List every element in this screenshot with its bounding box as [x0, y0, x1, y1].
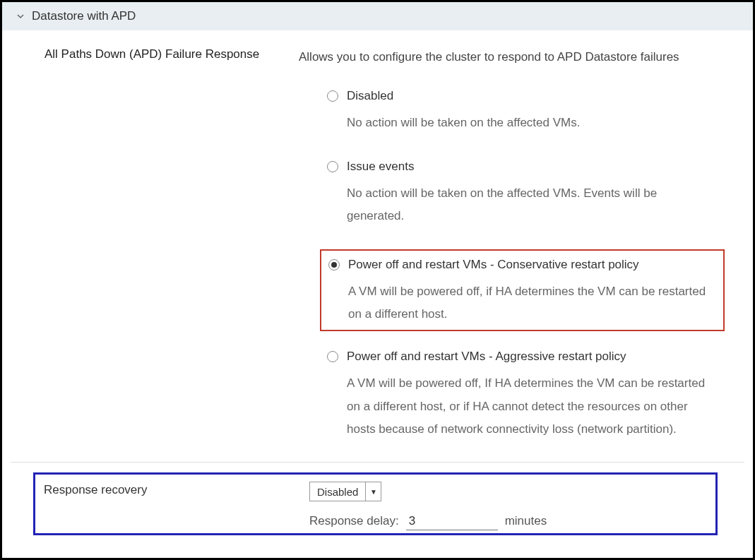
- apd-option-aggressive: Power off and restart VMs - Aggressive r…: [320, 345, 725, 442]
- radio-issue-events[interactable]: [327, 161, 338, 172]
- response-recovery-controls: Disabled ▼ Response delay: minutes: [309, 482, 707, 530]
- option-desc: A VM will be powered off, if HA determin…: [348, 280, 716, 326]
- settings-panel: Datastore with APD All Paths Down (APD) …: [0, 0, 755, 560]
- chevron-down-icon: [16, 12, 25, 20]
- section-header-datastore-apd[interactable]: Datastore with APD: [2, 2, 753, 30]
- apd-setting-label-col: All Paths Down (APD) Failure Response: [44, 47, 299, 462]
- caret-down-icon: ▼: [365, 482, 381, 501]
- option-label: Issue events: [347, 160, 414, 174]
- response-delay-label: Response delay:: [309, 514, 399, 528]
- option-desc: No action will be taken on the affected …: [347, 112, 718, 134]
- response-delay-unit: minutes: [505, 514, 547, 528]
- apd-content: All Paths Down (APD) Failure Response Al…: [2, 30, 753, 462]
- option-label: Power off and restart VMs - Aggressive r…: [347, 350, 626, 364]
- select-value: Disabled: [310, 486, 365, 498]
- option-label: Disabled: [347, 89, 393, 103]
- response-delay-row: Response delay: minutes: [309, 514, 707, 530]
- response-recovery-label: Response recovery: [44, 482, 309, 530]
- option-label: Power off and restart VMs - Conservative…: [348, 258, 639, 272]
- apd-option-conservative: Power off and restart VMs - Conservative…: [320, 249, 725, 332]
- radio-aggressive[interactable]: [327, 351, 338, 362]
- option-desc: No action will be taken on the affected …: [347, 182, 718, 228]
- apd-setting-value-col: Allows you to configure the cluster to r…: [299, 47, 725, 462]
- response-recovery-section: Response recovery Disabled ▼ Response de…: [33, 472, 718, 535]
- section-title: Datastore with APD: [32, 9, 136, 23]
- apd-option-disabled: Disabled No action will be taken on the …: [320, 85, 725, 136]
- apd-options: Disabled No action will be taken on the …: [320, 85, 725, 442]
- response-delay-input[interactable]: [406, 514, 498, 530]
- radio-disabled[interactable]: [327, 90, 338, 102]
- divider: [11, 462, 744, 463]
- response-recovery-select[interactable]: Disabled ▼: [309, 482, 381, 501]
- apd-intro-text: Allows you to configure the cluster to r…: [299, 47, 725, 68]
- option-desc: A VM will be powered off, If HA determin…: [347, 372, 718, 441]
- apd-option-issue-events: Issue events No action will be taken on …: [320, 155, 725, 230]
- apd-failure-response-label: All Paths Down (APD) Failure Response: [44, 47, 285, 61]
- radio-conservative[interactable]: [328, 259, 340, 270]
